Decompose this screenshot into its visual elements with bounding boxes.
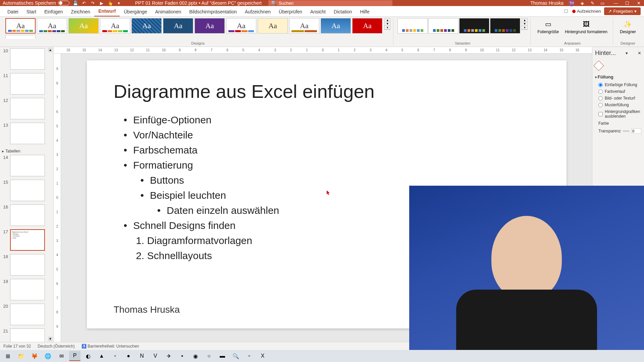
- spinner-down-icon[interactable]: ▼: [522, 22, 527, 26]
- pane-options-icon[interactable]: ▾: [626, 51, 628, 56]
- app-icon-5[interactable]: ○: [203, 351, 215, 361]
- bullet-item[interactable]: Einfüge-Optionen: [124, 112, 540, 127]
- section-header[interactable]: ▸ Tabellen: [1, 147, 52, 155]
- app-icon[interactable]: ◐: [83, 351, 94, 361]
- minimize-icon[interactable]: —: [613, 0, 619, 6]
- slide-size-button[interactable]: ▭Foliengröße: [535, 18, 561, 36]
- variant-2[interactable]: [428, 18, 459, 34]
- slide-thumbnail[interactable]: [10, 304, 45, 325]
- record-button[interactable]: Aufzeichnen: [572, 9, 601, 14]
- language-indicator[interactable]: Deutsch (Österreich): [38, 344, 75, 349]
- share-button[interactable]: ↗ Freigeben ▾: [604, 7, 641, 15]
- file-explorer-icon[interactable]: 📁: [15, 351, 27, 361]
- design-theme-9[interactable]: Aa: [258, 18, 288, 34]
- tab-einfuegen[interactable]: Einfügen: [40, 7, 67, 16]
- slide-thumbnail[interactable]: [10, 48, 45, 70]
- telegram-icon[interactable]: ✈: [163, 351, 174, 361]
- collapse-ribbon-icon[interactable]: ☐: [564, 9, 569, 14]
- slide-counter[interactable]: Folie 17 von 32: [3, 344, 31, 349]
- design-gallery-spinner[interactable]: ▲▼▾: [384, 18, 390, 30]
- design-theme-1[interactable]: Aa: [5, 18, 36, 34]
- tab-datei[interactable]: Datei: [3, 7, 22, 16]
- fill-solid-option[interactable]: Einfarbige Füllung: [595, 81, 641, 88]
- slide-thumbnail[interactable]: [10, 123, 45, 144]
- slide-footer[interactable]: Thomas Hruska: [114, 304, 180, 315]
- tab-ansicht[interactable]: Ansicht: [306, 7, 330, 16]
- fill-gradient-radio[interactable]: [598, 89, 603, 94]
- window-icon[interactable]: ▭: [600, 0, 605, 6]
- search-box[interactable]: 🔍: [268, 0, 392, 6]
- user-avatar[interactable]: TH: [568, 0, 575, 6]
- slide-thumbnail[interactable]: [10, 279, 45, 300]
- design-theme-8[interactable]: Aa: [226, 18, 256, 34]
- excel-icon[interactable]: X: [257, 351, 268, 361]
- design-theme-7[interactable]: Aa: [195, 18, 225, 34]
- design-theme-11[interactable]: Aa: [321, 18, 351, 34]
- variant-4[interactable]: [490, 18, 520, 34]
- tab-hilfe[interactable]: Hilfe: [356, 7, 373, 16]
- design-theme-4[interactable]: Aa: [100, 18, 130, 34]
- accessibility-check[interactable]: ♿ Barrierefreiheit: Untersuchen: [82, 344, 139, 349]
- design-theme-5[interactable]: Aa: [131, 18, 162, 34]
- search-input[interactable]: [279, 1, 390, 6]
- variant-gallery-spinner[interactable]: ▲▼▾: [522, 18, 528, 30]
- slide-thumbnail[interactable]: [10, 155, 45, 176]
- user-name[interactable]: Thomas Hruska: [530, 0, 564, 6]
- slideshow-icon[interactable]: ▶: [99, 0, 104, 6]
- slide-thumbnail[interactable]: [10, 98, 45, 119]
- hide-graphics-option[interactable]: Hintergrundgrafiken ausblenden: [595, 108, 641, 120]
- slide-thumbnail[interactable]: [10, 73, 45, 95]
- draw-icon[interactable]: ✎: [590, 0, 595, 6]
- design-theme-10[interactable]: Aa: [289, 18, 319, 34]
- powerpoint-icon[interactable]: P: [69, 351, 80, 361]
- design-theme-6[interactable]: Aa: [163, 18, 193, 34]
- outlook-icon[interactable]: ✉: [56, 351, 67, 361]
- start-button[interactable]: ⊞: [2, 351, 13, 361]
- vlc-icon[interactable]: ▲: [96, 351, 107, 361]
- app-icon-3[interactable]: ●: [123, 351, 134, 361]
- spinner-down-icon[interactable]: ▼: [385, 22, 390, 26]
- design-theme-2[interactable]: Aa: [37, 18, 67, 34]
- autosave-toggle[interactable]: Automatisches Speichern: [3, 0, 69, 6]
- pane-close-icon[interactable]: ✕: [638, 51, 641, 56]
- qat-more-icon[interactable]: ▾: [116, 0, 122, 6]
- firefox-icon[interactable]: 🦊: [29, 351, 40, 361]
- app-icon-7[interactable]: ▫: [244, 351, 255, 361]
- fill-picture-option[interactable]: Bild- oder Texturf: [595, 95, 641, 102]
- fill-picture-radio[interactable]: [598, 96, 603, 101]
- spinner-more-icon[interactable]: ▾: [522, 26, 527, 29]
- diamond-icon[interactable]: ◈: [580, 0, 585, 6]
- fill-section-header[interactable]: Füllung: [595, 72, 641, 81]
- format-background-button[interactable]: 🖼Hintergrund formatieren: [562, 18, 610, 36]
- tab-animationen[interactable]: Animationen: [151, 7, 185, 16]
- fill-tab-icon[interactable]: [593, 60, 604, 71]
- touch-icon[interactable]: 👆: [108, 0, 113, 6]
- transparency-input[interactable]: [631, 128, 641, 134]
- thumb-scroll-down-icon[interactable]: ▼: [48, 337, 53, 341]
- fill-solid-radio[interactable]: [598, 83, 603, 87]
- spinner-up-icon[interactable]: ▲: [522, 18, 527, 22]
- transparency-slider[interactable]: [623, 130, 629, 132]
- app-icon-4[interactable]: ▪: [176, 351, 188, 361]
- tab-uebergaenge[interactable]: Übergänge: [120, 7, 151, 16]
- visio-icon[interactable]: V: [150, 351, 161, 361]
- onenote-icon[interactable]: N: [136, 351, 148, 361]
- variant-1[interactable]: [397, 18, 428, 34]
- slide-thumbnail[interactable]: Diagramme aus Excel• Einfüge• Vor/Nach• …: [10, 229, 45, 251]
- slide-thumbnail-panel[interactable]: ▲ 10111213▸ Tabellen14151617Diagramme au…: [0, 47, 54, 342]
- close-icon[interactable]: ✕: [636, 0, 641, 6]
- app-icon-2[interactable]: ▫: [109, 351, 121, 361]
- bullet-item[interactable]: Vor/Nachteile: [124, 127, 540, 142]
- design-theme-12[interactable]: Aa: [352, 18, 382, 34]
- spinner-up-icon[interactable]: ▲: [385, 18, 390, 22]
- designer-button[interactable]: ✨Designer: [617, 18, 639, 36]
- slide-thumbnail[interactable]: [10, 328, 45, 342]
- fill-pattern-option[interactable]: Musterfüllung: [595, 102, 641, 108]
- tab-aufzeichnen[interactable]: Aufzeichnen: [241, 7, 275, 16]
- design-theme-13[interactable]: Aa: [5, 35, 36, 39]
- slide-thumbnail[interactable]: [10, 254, 45, 276]
- tab-zeichnen[interactable]: Zeichnen: [67, 7, 95, 16]
- fill-gradient-option[interactable]: Farbverlauf: [595, 88, 641, 95]
- undo-icon[interactable]: ↶: [82, 0, 87, 6]
- hide-graphics-checkbox[interactable]: [598, 112, 603, 116]
